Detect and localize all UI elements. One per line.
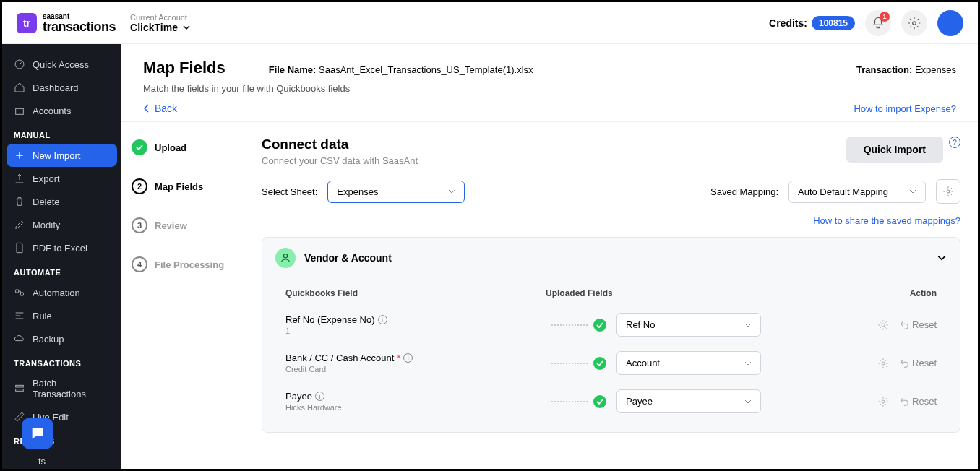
qb-field-name: Ref No (Expense No) i [285, 314, 546, 325]
info-icon[interactable]: i [378, 315, 387, 324]
uploaded-field-dropdown[interactable]: Payee [616, 389, 761, 413]
home-icon [14, 82, 25, 93]
connector-line [551, 401, 588, 402]
reset-button[interactable]: Reset [899, 358, 937, 368]
how-to-share-link[interactable]: How to share the saved mappings? [813, 215, 960, 226]
step-file-processing: 4File Processing [132, 256, 234, 272]
sidebar-item-reports-partial[interactable]: ts [2, 450, 121, 469]
col-quickbooks-field: Quickbooks Field [285, 288, 546, 298]
page-subtitle: Match the fields in your file with Quick… [143, 83, 956, 94]
saved-mapping-dropdown[interactable]: Auto Default Mapping [788, 181, 926, 203]
section-title: Vendor & Account [304, 252, 392, 264]
row-settings-icon[interactable] [877, 358, 889, 369]
notification-count: 1 [880, 12, 890, 22]
sidebar-item-pdf-to-excel[interactable]: PDF to Excel [2, 236, 121, 259]
sidebar-item-new-import[interactable]: New Import [7, 144, 117, 167]
sidebar-section-automate: AUTOMATE [2, 259, 121, 281]
stack-icon [14, 383, 25, 394]
notifications-button[interactable]: 1 [865, 10, 891, 36]
settings-button[interactable] [901, 10, 927, 36]
gear-icon [942, 186, 954, 197]
plus-icon [14, 150, 25, 161]
quick-import-button[interactable]: Quick Import [846, 137, 943, 163]
connector-line [551, 324, 588, 326]
sidebar-section-manual: MANUAL [2, 122, 121, 144]
undo-icon [899, 397, 909, 407]
select-sheet-label: Select Sheet: [262, 186, 317, 197]
qb-field-sample: 1 [285, 327, 546, 335]
avatar[interactable] [937, 10, 963, 36]
panel-title: Connect data [262, 137, 418, 152]
sidebar-item-backup[interactable]: Backup [2, 327, 121, 350]
info-icon[interactable]: i [403, 353, 413, 363]
panel-subtitle: Connect your CSV data with SaasAnt [262, 155, 418, 166]
account-switcher[interactable]: Current Account ClickTime [130, 13, 191, 33]
connector-line [551, 363, 588, 364]
section-toggle[interactable]: Vendor & Account [262, 238, 960, 278]
sidebar-section-reports: REPORTS [2, 428, 121, 450]
svg-rect-2 [16, 108, 24, 114]
chevron-down-icon [937, 253, 947, 263]
svg-point-9 [882, 362, 885, 365]
sidebar-section-transactions: TRANSACTIONS [2, 350, 121, 372]
step-upload: Upload [132, 139, 234, 155]
help-icon[interactable]: ? [949, 137, 960, 148]
svg-point-10 [882, 400, 885, 403]
logo[interactable]: tr saasant transactions [17, 13, 116, 33]
reset-button[interactable]: Reset [899, 319, 937, 330]
svg-rect-4 [16, 389, 24, 392]
row-settings-icon[interactable] [877, 396, 889, 407]
sidebar-item-delete[interactable]: Delete [2, 190, 121, 213]
sidebar-item-dashboard[interactable]: Dashboard [2, 76, 121, 99]
mapping-settings-button[interactable] [936, 179, 960, 204]
uploaded-field-dropdown[interactable]: Ref No [616, 313, 761, 337]
chevron-down-icon [909, 188, 916, 195]
undo-icon [899, 320, 909, 330]
cloud-icon [14, 333, 25, 345]
back-button[interactable]: Back [143, 103, 177, 114]
svg-point-7 [283, 254, 287, 258]
how-to-import-link[interactable]: How to import Expense? [854, 103, 956, 114]
chevron-down-icon [182, 23, 191, 32]
sidebar: Quick Access Dashboard Accounts MANUAL N… [2, 44, 121, 469]
sidebar-item-batch[interactable]: Batch Transactions [2, 372, 121, 405]
reset-button[interactable]: Reset [899, 396, 937, 407]
sidebar-item-automation[interactable]: Automation [2, 281, 121, 304]
upload-icon [14, 173, 25, 184]
row-settings-icon[interactable] [877, 319, 889, 331]
sidebar-item-export[interactable]: Export [2, 167, 121, 190]
gauge-icon [14, 59, 25, 70]
file-info: File Name: SaasAnt_Excel_Transactions_US… [269, 64, 533, 75]
saved-mapping-label: Saved Mapping: [710, 186, 778, 197]
main-panel: Connect data Connect your CSV data with … [244, 122, 978, 469]
account-value: ClickTime [130, 22, 178, 33]
uploaded-field-dropdown[interactable]: Account [616, 351, 761, 375]
select-sheet-dropdown[interactable]: Expenses [327, 181, 465, 203]
page-header: Map Fields File Name: SaasAnt_Excel_Tran… [121, 44, 978, 121]
pencil-icon [14, 219, 25, 230]
chevron-down-icon [448, 188, 455, 195]
chevron-left-icon [143, 104, 150, 113]
step-review: 3Review [132, 217, 234, 233]
transaction-info: Transaction: Expenses [856, 64, 956, 75]
person-icon [275, 248, 296, 268]
brand-big: transactions [43, 20, 116, 33]
sidebar-item-modify[interactable]: Modify [2, 213, 121, 236]
brand-small: saasant [43, 13, 116, 20]
logo-icon: tr [17, 13, 37, 33]
sidebar-item-live-edit[interactable]: Live Edit [2, 405, 121, 428]
step-map-fields: 2Map Fields [132, 178, 234, 194]
mapped-check-icon [593, 395, 606, 408]
sidebar-item-rule[interactable]: Rule [2, 304, 121, 327]
sidebar-item-quick-access[interactable]: Quick Access [2, 53, 121, 76]
file-icon [14, 242, 25, 254]
info-icon[interactable]: i [315, 392, 324, 401]
sidebar-item-accounts[interactable]: Accounts [2, 99, 121, 122]
svg-point-6 [947, 190, 950, 193]
mapped-check-icon [593, 357, 606, 370]
map-row: Bank / CC / Cash Account* i Credit Card … [280, 344, 942, 382]
check-icon [136, 144, 143, 151]
col-action: Action [850, 288, 937, 298]
svg-point-0 [913, 21, 916, 25]
chat-button[interactable] [22, 418, 53, 449]
